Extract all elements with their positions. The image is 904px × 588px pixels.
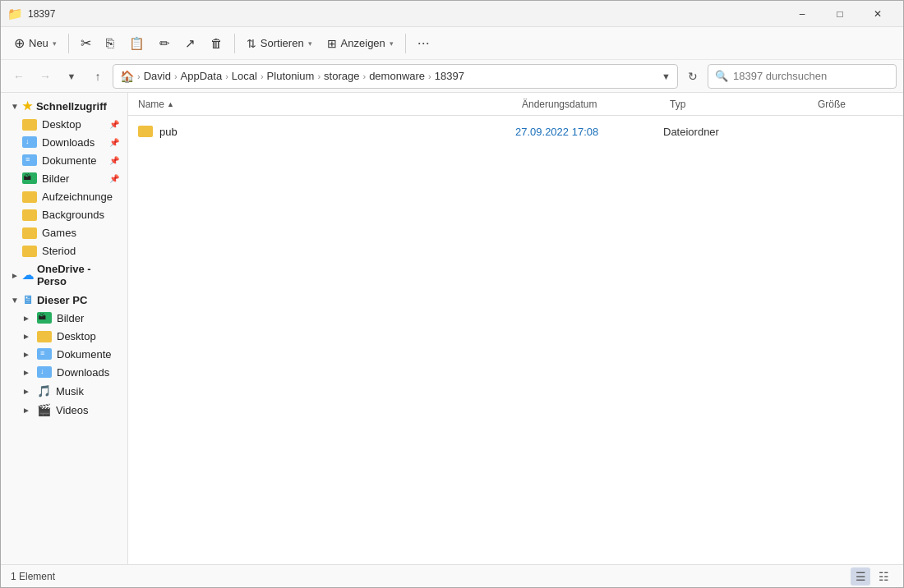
sort-indicator: ▲ xyxy=(167,100,174,108)
details-view-button[interactable]: ☰ xyxy=(851,567,870,586)
sidebar-onedrive-header[interactable]: ► ☁ OneDrive - Perso xyxy=(4,260,124,290)
sidebar-schnellzugriff-header[interactable]: ▼ ★ Schnellzugriff xyxy=(4,97,124,115)
bilder-folder-icon xyxy=(22,172,37,185)
refresh-button[interactable]: ↻ xyxy=(681,65,704,88)
new-icon: ⊕ xyxy=(14,35,25,51)
more-button[interactable]: ··· xyxy=(411,30,436,57)
pc-musik-expand-icon: ► xyxy=(22,387,32,396)
pc-bilder-folder-icon xyxy=(37,312,52,324)
col-header-name[interactable]: Name ▲ xyxy=(135,93,519,115)
up-button[interactable]: ↑ xyxy=(86,65,109,88)
col-header-size[interactable]: Größe xyxy=(814,93,897,115)
app-icon: 📁 xyxy=(7,7,23,21)
sidebar-item-bilder[interactable]: Bilder 📌 xyxy=(4,170,124,187)
delete-icon: 🗑 xyxy=(210,36,223,50)
dieser-pc-computer-icon: 🖥 xyxy=(22,293,34,306)
separator1 xyxy=(68,34,69,53)
sidebar-item-pc-videos[interactable]: ► 🎬 Videos xyxy=(4,401,124,419)
search-input[interactable] xyxy=(733,70,889,82)
close-button[interactable]: ✕ xyxy=(859,1,897,27)
sidebar-item-dokumente[interactable]: Dokumente 📌 xyxy=(4,152,124,169)
breadcrumb-demonware: demonware xyxy=(369,70,425,82)
paste-icon: 📋 xyxy=(129,36,145,51)
statusbar: 1 Element ☰ ☷ xyxy=(1,564,903,587)
forward-button[interactable]: → xyxy=(34,65,57,88)
titlebar-controls: – □ ✕ xyxy=(783,1,897,27)
col-header-date[interactable]: Änderungsdatum xyxy=(519,93,666,115)
search-icon: 🔍 xyxy=(715,70,728,82)
file-list: pub 27.09.2022 17:08 Dateiordner xyxy=(128,116,903,564)
address-dropdown-icon: ▼ xyxy=(662,71,671,81)
minimize-button[interactable]: – xyxy=(783,1,821,27)
paste-button[interactable]: 📋 xyxy=(122,30,151,57)
addressbar: ← → ▼ ↑ 🏠 › David › AppData › Local › Pl… xyxy=(1,60,903,93)
table-row[interactable]: pub 27.09.2022 17:08 Dateiordner xyxy=(128,119,903,144)
breadcrumb-david: David xyxy=(144,70,171,82)
sidebar-item-pc-musik[interactable]: ► 🎵 Musik xyxy=(4,382,124,400)
bilder-pin-icon: 📌 xyxy=(109,174,119,183)
cut-button[interactable]: ✂ xyxy=(74,30,98,57)
copy-path-button[interactable]: ⎘ xyxy=(99,30,121,57)
file-date-cell: 27.09.2022 17:08 xyxy=(515,126,663,138)
delete-button[interactable]: 🗑 xyxy=(204,30,229,57)
pc-videos-icon: 🎬 xyxy=(37,403,51,416)
search-box[interactable]: 🔍 xyxy=(708,64,897,89)
maximize-button[interactable]: □ xyxy=(821,1,859,27)
sidebar-dieser-pc-header[interactable]: ▼ 🖥 Dieser PC xyxy=(4,291,124,309)
sidebar-item-desktop[interactable]: Desktop 📌 xyxy=(4,116,124,133)
titlebar-left: 📁 18397 xyxy=(7,7,55,21)
pc-desktop-expand-icon: ► xyxy=(22,332,32,341)
sidebar-item-pc-dokumente[interactable]: ► Dokumente xyxy=(4,346,124,363)
address-home-icon: 🏠 xyxy=(120,70,134,83)
pc-downloads-folder-icon xyxy=(37,366,52,379)
pc-videos-expand-icon: ► xyxy=(22,406,32,415)
backgrounds-label: Backgrounds xyxy=(42,209,104,221)
pc-desktop-folder-icon xyxy=(37,331,52,342)
statusbar-view-controls: ☰ ☷ xyxy=(851,567,893,586)
rename-button[interactable]: ✏ xyxy=(153,30,177,57)
new-button[interactable]: ⊕ Neu ▾ xyxy=(7,30,63,57)
back-button[interactable]: ← xyxy=(7,65,30,88)
pub-folder-icon xyxy=(138,126,153,137)
separator2 xyxy=(234,34,235,53)
pc-dokumente-expand-icon: ► xyxy=(22,350,32,359)
view-button[interactable]: ⊞ Anzeigen ▾ xyxy=(321,30,400,57)
sort-button[interactable]: ⇅ Sortieren ▾ xyxy=(240,30,319,57)
pc-downloads-expand-icon: ► xyxy=(22,368,32,377)
breadcrumb-appdata: AppData xyxy=(181,70,223,82)
pc-bilder-expand-icon: ► xyxy=(22,314,32,323)
rename-icon: ✏ xyxy=(159,36,170,51)
sidebar: ▼ ★ Schnellzugriff Desktop 📌 Downloads 📌… xyxy=(1,93,128,564)
share-button[interactable]: ↗ xyxy=(178,30,202,57)
file-pane: Name ▲ Änderungsdatum Typ Größe pub 27.0… xyxy=(128,93,903,564)
pc-dokumente-folder-icon xyxy=(37,348,52,361)
sidebar-item-downloads[interactable]: Downloads 📌 xyxy=(4,134,124,151)
dieser-pc-chevron-icon: ▼ xyxy=(11,296,19,305)
dokumente-pin-icon: 📌 xyxy=(109,156,119,165)
breadcrumb-local: Local xyxy=(232,70,257,82)
large-icons-view-button[interactable]: ☷ xyxy=(874,567,893,586)
desktop-folder-icon xyxy=(22,119,37,131)
sidebar-item-games[interactable]: Games xyxy=(4,224,124,241)
breadcrumb-18397: 18397 xyxy=(435,70,464,82)
sidebar-item-backgrounds[interactable]: Backgrounds xyxy=(4,206,124,223)
file-name-cell: pub xyxy=(138,126,515,138)
schnellzugriff-star-icon: ★ xyxy=(22,99,33,113)
schnellzugriff-label: Schnellzugriff xyxy=(36,100,107,113)
share-icon: ↗ xyxy=(185,36,196,51)
steriod-folder-icon xyxy=(22,246,37,257)
sidebar-item-pc-bilder[interactable]: ► Bilder xyxy=(4,310,124,327)
col-header-type[interactable]: Typ xyxy=(666,93,814,115)
breadcrumb-plutonium: Plutonium xyxy=(267,70,315,82)
address-box[interactable]: 🏠 › David › AppData › Local › Plutonium … xyxy=(113,64,678,89)
sidebar-item-steriod[interactable]: Steriod xyxy=(4,242,124,260)
sidebar-item-aufzeichnunge[interactable]: Aufzeichnunge xyxy=(4,188,124,205)
copy-icon: ⎘ xyxy=(106,36,114,51)
recent-locations-button[interactable]: ▼ xyxy=(60,65,83,88)
view-icon: ⊞ xyxy=(327,37,337,50)
pc-musik-icon: 🎵 xyxy=(37,384,51,397)
main-layout: ▼ ★ Schnellzugriff Desktop 📌 Downloads 📌… xyxy=(1,93,903,564)
onedrive-label: OneDrive - Perso xyxy=(37,263,119,287)
sidebar-item-pc-downloads[interactable]: ► Downloads xyxy=(4,364,124,381)
sidebar-item-pc-desktop[interactable]: ► Desktop xyxy=(4,328,124,345)
